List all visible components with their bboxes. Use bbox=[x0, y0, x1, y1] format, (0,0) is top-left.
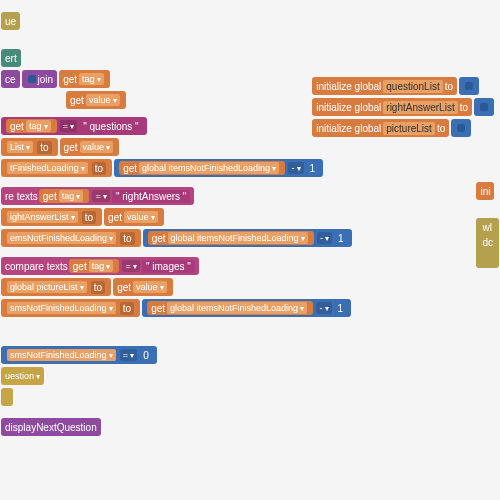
olive-container-block[interactable]: wl dc bbox=[476, 218, 499, 268]
questions-literal: " questions " bbox=[79, 120, 142, 133]
set-picturelist-block[interactable]: global pictureListto bbox=[1, 278, 111, 296]
get-value-block[interactable]: getvalue bbox=[66, 91, 126, 109]
fragment-wl: wl bbox=[482, 222, 491, 233]
join-block[interactable]: join bbox=[22, 70, 58, 88]
right-init-stack: initialize global questionList to initia… bbox=[311, 75, 495, 139]
tag-slot: tag bbox=[79, 73, 104, 85]
block-fragment-ue[interactable]: ue bbox=[1, 12, 20, 30]
init-rightanswerlist-block[interactable]: initialize global rightAnswerList to bbox=[312, 98, 472, 116]
block-fragment-ert[interactable]: ert bbox=[1, 49, 21, 67]
fragment-ini[interactable]: ini bbox=[476, 182, 494, 200]
rightanswers-literal: " rightAnswers " bbox=[112, 190, 190, 203]
empty-list-block[interactable] bbox=[459, 77, 479, 95]
math-minus-block2[interactable]: getglobal itemsNotFinishedLoading - 1 bbox=[143, 229, 352, 247]
right-fragment-stack: ini wl dc bbox=[475, 180, 500, 269]
set-loading-block[interactable]: tFinishedLoadingto bbox=[1, 159, 112, 177]
fragment-dc: dc bbox=[482, 237, 493, 248]
equals-op: = bbox=[60, 120, 78, 132]
set-loading-block3[interactable]: smsNotFinishedLoadingto bbox=[1, 299, 140, 317]
math-minus-block3[interactable]: getglobal itemsNotFinishedLoading - 1 bbox=[142, 299, 351, 317]
value-slot: value bbox=[86, 94, 120, 106]
compare-zero-block[interactable]: smsNotFinishedLoading = 0 bbox=[1, 346, 157, 364]
display-next-question-block[interactable]: displayNextQuestion bbox=[1, 418, 101, 436]
init-questionlist-block[interactable]: initialize global questionList to bbox=[312, 77, 457, 95]
compare-texts-block-1[interactable]: re texts gettag = " rightAnswers " bbox=[1, 187, 194, 205]
set-list-block[interactable]: Listto bbox=[1, 138, 58, 156]
block-fragment-ce[interactable]: ce bbox=[1, 70, 20, 88]
question-fragment[interactable]: uestion bbox=[1, 367, 44, 385]
get-value-block3[interactable]: getvalue bbox=[104, 208, 164, 226]
empty-list-block2[interactable] bbox=[474, 98, 494, 116]
compare-block-1[interactable]: gettag = " questions " bbox=[1, 117, 147, 135]
set-rightanswer-block[interactable]: ightAnswerListto bbox=[1, 208, 102, 226]
get-value-block2[interactable]: getvalue bbox=[60, 138, 120, 156]
get-tag-block[interactable]: gettag bbox=[59, 70, 110, 88]
get-value-block4[interactable]: getvalue bbox=[113, 278, 173, 296]
images-literal: " images " bbox=[142, 260, 195, 273]
compare-texts-block-2[interactable]: compare texts gettag = " images " bbox=[1, 257, 199, 275]
empty-list-block3[interactable] bbox=[451, 119, 471, 137]
block-stub[interactable] bbox=[1, 388, 13, 406]
math-minus-block[interactable]: getglobal itemsNotFinishedLoading - 1 bbox=[114, 159, 323, 177]
init-picturelist-block[interactable]: initialize global pictureList to bbox=[312, 119, 449, 137]
set-loading-block2[interactable]: emsNotFinishedLoadingto bbox=[1, 229, 141, 247]
